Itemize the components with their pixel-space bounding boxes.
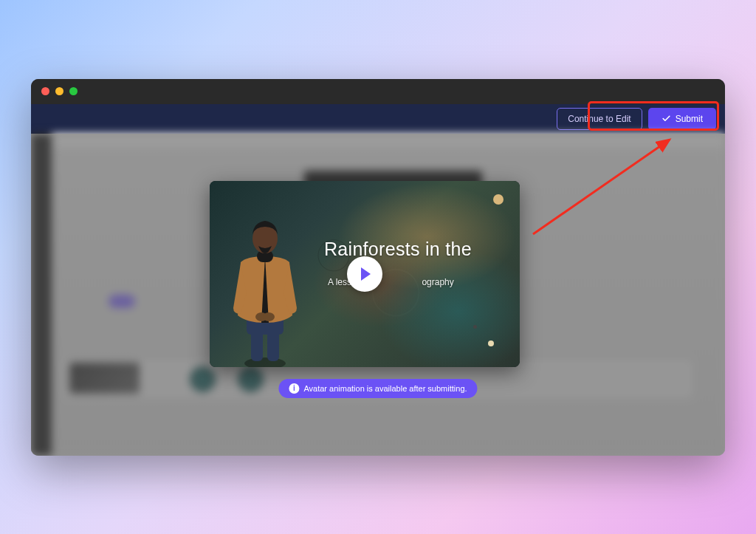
info-banner-text: Avatar animation is available after subm… — [303, 384, 467, 393]
svg-point-6 — [263, 312, 275, 321]
info-banner: i Avatar animation is available after su… — [278, 379, 477, 398]
play-button[interactable] — [347, 256, 382, 292]
decorative-dot — [488, 340, 494, 346]
preview-title: Rainforests in the — [324, 239, 505, 260]
continue-to-edit-label: Continue to Edit — [568, 114, 630, 124]
decorative-dot — [493, 194, 504, 205]
content-area: Rainforests in the A lesser ography i Av… — [31, 134, 725, 456]
continue-to-edit-button[interactable]: Continue to Edit — [557, 108, 642, 130]
info-icon: i — [289, 383, 299, 394]
window-maximize-button[interactable] — [69, 87, 78, 95]
svg-point-1 — [244, 357, 286, 367]
window-close-button[interactable] — [41, 87, 49, 95]
avatar-presenter — [210, 205, 320, 367]
app-window: Continue to Edit Submit — [31, 79, 725, 456]
play-icon — [361, 267, 371, 281]
submit-label: Submit — [676, 114, 703, 124]
window-titlebar — [31, 79, 725, 104]
check-icon — [662, 114, 671, 123]
top-toolbar: Continue to Edit Submit — [31, 104, 725, 134]
video-preview-card: Rainforests in the A lesser ography — [210, 181, 520, 367]
window-minimize-button[interactable] — [55, 87, 63, 95]
decorative-dot — [473, 325, 477, 329]
submit-button[interactable]: Submit — [648, 108, 716, 130]
